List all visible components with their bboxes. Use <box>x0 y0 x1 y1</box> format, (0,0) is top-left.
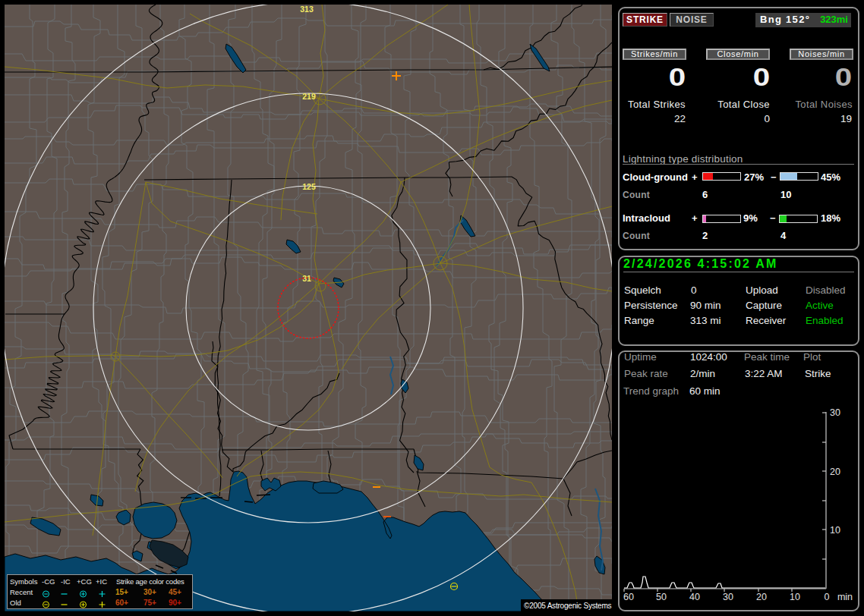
svg-text:40: 40 <box>689 592 700 602</box>
svg-text:10: 10 <box>830 525 840 536</box>
svg-text:219: 219 <box>302 92 316 101</box>
svg-text:30: 30 <box>723 592 733 602</box>
svg-text:10: 10 <box>790 592 800 602</box>
svg-text:125: 125 <box>302 182 316 191</box>
svg-text:20: 20 <box>756 592 767 602</box>
svg-text:0: 0 <box>825 592 830 602</box>
svg-text:313: 313 <box>300 5 314 14</box>
svg-text:30: 30 <box>830 407 840 418</box>
svg-text:20: 20 <box>830 467 840 477</box>
svg-text:50: 50 <box>656 592 667 602</box>
svg-text:min: min <box>837 592 853 602</box>
svg-text:31: 31 <box>302 274 311 283</box>
svg-text:60: 60 <box>623 592 634 602</box>
